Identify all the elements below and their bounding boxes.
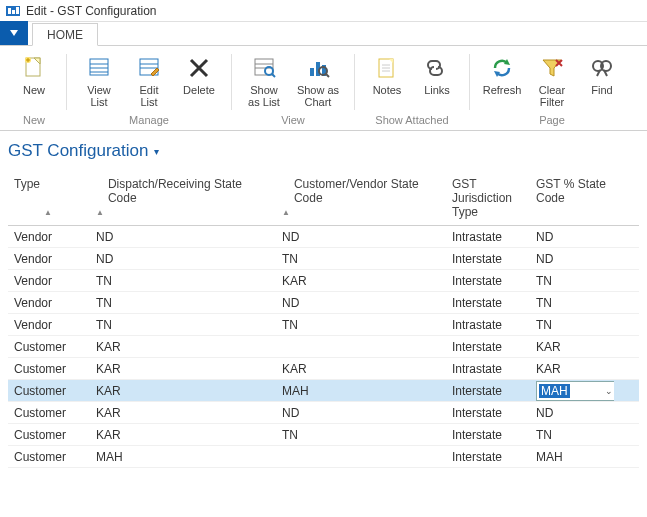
table-cell[interactable]: KAR: [90, 340, 276, 354]
table-cell[interactable]: ND: [276, 230, 446, 244]
table-cell[interactable]: Vendor: [8, 252, 90, 266]
table-cell[interactable]: Customer: [8, 406, 90, 420]
table-cell[interactable]: Interstate: [446, 406, 530, 420]
col-header-custvend[interactable]: ▲Customer/Vendor State Code: [276, 177, 446, 219]
table-cell[interactable]: Interstate: [446, 296, 530, 310]
table-cell[interactable]: KAR: [276, 274, 446, 288]
table-cell[interactable]: KAR: [90, 406, 276, 420]
table-cell[interactable]: Customer: [8, 362, 90, 376]
table-cell[interactable]: KAR: [90, 428, 276, 442]
table-cell[interactable]: Interstate: [446, 274, 530, 288]
app-menu-button[interactable]: [0, 21, 28, 45]
table-cell[interactable]: ND: [530, 230, 614, 244]
table-cell[interactable]: Customer: [8, 384, 90, 398]
chevron-down-icon: ▾: [154, 146, 159, 157]
table-row[interactable]: CustomerKARNDInterstateND: [8, 402, 639, 424]
table-cell[interactable]: MAH: [276, 384, 446, 398]
table-cell[interactable]: Customer: [8, 340, 90, 354]
delete-button[interactable]: Delete: [177, 52, 221, 110]
table-cell[interactable]: KAR: [90, 384, 276, 398]
table-cell[interactable]: Customer: [8, 428, 90, 442]
table-cell[interactable]: MAH: [530, 450, 614, 464]
table-row[interactable]: CustomerKARKARIntrastateKAR: [8, 358, 639, 380]
table-cell[interactable]: KAR: [530, 340, 614, 354]
page-heading[interactable]: GST Configuration ▾: [0, 131, 647, 165]
sort-asc-icon: ▲: [44, 208, 52, 219]
table-cell[interactable]: MAH: [90, 450, 276, 464]
table-cell[interactable]: KAR: [276, 362, 446, 376]
table-cell[interactable]: Intrastate: [446, 362, 530, 376]
table-cell[interactable]: TN: [276, 318, 446, 332]
show-as-chart-icon: [304, 54, 332, 82]
ribbon-group-page: Refresh Clear Filter Find Page: [474, 52, 630, 130]
find-button[interactable]: Find: [580, 52, 624, 110]
table-cell[interactable]: Vendor: [8, 296, 90, 310]
table-cell[interactable]: Vendor: [8, 230, 90, 244]
ribbon-group-new: New New: [6, 52, 62, 130]
ribbon-group-show-attached-label: Show Attached: [375, 114, 448, 126]
table-cell[interactable]: ND: [530, 252, 614, 266]
table-cell[interactable]: TN: [530, 318, 614, 332]
new-button[interactable]: New: [12, 52, 56, 110]
table-cell[interactable]: ND: [90, 252, 276, 266]
tab-home[interactable]: HOME: [32, 23, 98, 46]
table-cell[interactable]: KAR: [90, 362, 276, 376]
data-grid: Type▲ ▲Dispatch/Receiving State Code ▲Cu…: [0, 165, 647, 468]
notes-button[interactable]: Notes: [365, 52, 409, 110]
table-cell[interactable]: Vendor: [8, 318, 90, 332]
clear-filter-button[interactable]: Clear Filter: [530, 52, 574, 110]
table-cell[interactable]: TN: [530, 274, 614, 288]
table-cell[interactable]: KAR: [530, 362, 614, 376]
table-cell[interactable]: TN: [90, 296, 276, 310]
links-button[interactable]: Links: [415, 52, 459, 110]
new-label: New: [23, 84, 45, 108]
show-as-list-button[interactable]: Show as List: [242, 52, 286, 110]
table-cell[interactable]: Intrastate: [446, 318, 530, 332]
table-cell[interactable]: Interstate: [446, 428, 530, 442]
table-row[interactable]: CustomerKARInterstateKAR: [8, 336, 639, 358]
col-header-jurisdiction[interactable]: GST Jurisdiction Type: [446, 177, 530, 219]
col-header-dispatch[interactable]: ▲Dispatch/Receiving State Code: [90, 177, 276, 219]
table-row[interactable]: VendorTNNDInterstateTN: [8, 292, 639, 314]
col-header-type[interactable]: Type▲: [8, 177, 90, 219]
table-cell[interactable]: Intrastate: [446, 230, 530, 244]
gst-state-code-input[interactable]: MAH⌄: [536, 381, 614, 401]
view-list-button[interactable]: View List: [77, 52, 121, 110]
ribbon-group-manage: View List Edit List Delete Manage: [71, 52, 227, 130]
table-cell[interactable]: Interstate: [446, 384, 530, 398]
table-cell[interactable]: TN: [530, 296, 614, 310]
table-row[interactable]: VendorNDTNInterstateND: [8, 248, 639, 270]
ribbon-group-new-label: New: [23, 114, 45, 126]
chevron-down-icon[interactable]: ⌄: [605, 386, 613, 396]
table-cell[interactable]: TN: [530, 428, 614, 442]
table-row[interactable]: CustomerKARTNInterstateTN: [8, 424, 639, 446]
table-row[interactable]: VendorTNTNIntrastateTN: [8, 314, 639, 336]
table-cell[interactable]: ND: [276, 296, 446, 310]
ribbon: New New View List Edit List: [0, 46, 647, 131]
col-header-gstpct[interactable]: GST % State Code: [530, 177, 614, 219]
table-cell[interactable]: TN: [276, 252, 446, 266]
table-cell[interactable]: TN: [90, 318, 276, 332]
show-as-chart-button[interactable]: Show as Chart: [292, 52, 344, 110]
table-cell[interactable]: ND: [530, 406, 614, 420]
table-cell[interactable]: Interstate: [446, 252, 530, 266]
table-cell[interactable]: Interstate: [446, 450, 530, 464]
refresh-button[interactable]: Refresh: [480, 52, 524, 110]
find-icon: [588, 54, 616, 82]
sort-asc-icon: ▲: [282, 208, 290, 219]
table-row[interactable]: CustomerKARMAHInterstateMAH⌄: [8, 380, 639, 402]
table-cell[interactable]: Interstate: [446, 340, 530, 354]
table-row[interactable]: VendorTNKARInterstateTN: [8, 270, 639, 292]
svg-line-24: [326, 74, 329, 77]
table-cell[interactable]: Customer: [8, 450, 90, 464]
table-cell[interactable]: TN: [90, 274, 276, 288]
table-cell[interactable]: ND: [276, 406, 446, 420]
table-cell-editing[interactable]: MAH⌄: [530, 381, 614, 401]
table-cell[interactable]: TN: [276, 428, 446, 442]
table-cell[interactable]: Vendor: [8, 274, 90, 288]
table-row[interactable]: VendorNDNDIntrastateND: [8, 226, 639, 248]
edit-list-button[interactable]: Edit List: [127, 52, 171, 110]
grid-body: VendorNDNDIntrastateNDVendorNDTNIntersta…: [8, 226, 639, 468]
table-cell[interactable]: ND: [90, 230, 276, 244]
table-row[interactable]: CustomerMAHInterstateMAH: [8, 446, 639, 468]
